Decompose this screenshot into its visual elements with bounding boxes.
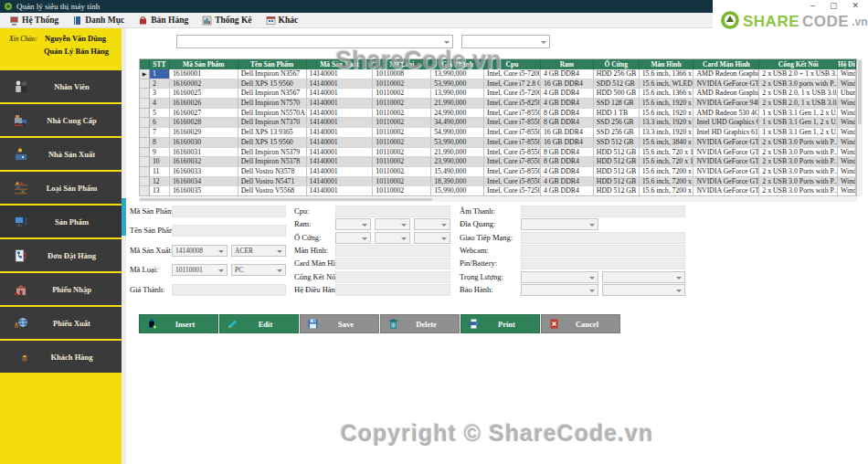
table-cell[interactable]: Wind (838, 167, 856, 177)
table-cell[interactable]: 10110002 (373, 128, 431, 138)
table-cell[interactable]: 3 (150, 89, 170, 99)
menu-item-3[interactable]: Thống Kê (198, 15, 258, 26)
save-button[interactable]: Save (300, 314, 379, 333)
table-cell[interactable]: 10110002 (373, 89, 431, 99)
table-cell[interactable]: 23,990,000 (431, 157, 484, 167)
table-cell[interactable]: Dell XPS 13 9365 (238, 128, 307, 138)
column-header-7[interactable]: Cpu (484, 59, 541, 69)
insert-button[interactable]: Insert (139, 314, 218, 333)
table-cell[interactable]: Intel UHD Graphics 620 (693, 118, 759, 128)
table-cell[interactable]: 21,990,000 (431, 99, 484, 109)
table-cell[interactable]: NVIDIA GeForce GTX 10.. (693, 177, 759, 187)
form-text-field[interactable] (521, 245, 685, 257)
table-cell[interactable]: 13,990,000 (431, 89, 484, 99)
sidebar-item-8[interactable]: Khách Hàng (0, 341, 122, 373)
table-cell[interactable]: Wind (838, 79, 856, 90)
table-cell[interactable]: 2 x USB 3.0 Ports with P... (759, 186, 838, 196)
table-cell[interactable]: 2 x USB 3.0 Ports with P... (759, 177, 838, 187)
cancel-button[interactable]: Cancel (541, 314, 620, 333)
table-cell[interactable]: AMD Radeon Graphics (693, 89, 759, 99)
table-cell[interactable]: Intel, Core i7-8550U (484, 128, 541, 138)
table-cell[interactable]: 7 (150, 128, 170, 138)
table-cell[interactable]: 10110002 (373, 79, 431, 90)
table-cell[interactable]: 4 GB DDR4 (541, 69, 594, 79)
table-cell[interactable]: Intel, Core i7-8550U (484, 157, 541, 167)
delete-button[interactable]: Delete (380, 314, 460, 333)
table-cell[interactable]: 15.6 inch, 1366 x 7.. (640, 69, 694, 79)
table-cell[interactable]: 16160035 (170, 186, 238, 196)
table-cell[interactable]: Wind (838, 69, 856, 79)
table-cell[interactable]: 14140001 (307, 69, 374, 79)
table-cell[interactable]: NVIDIA GeForce GTX 10.. (693, 79, 759, 90)
table-cell[interactable]: 15.6 inch, 720 x 10.. (640, 148, 694, 158)
sidebar-item-5[interactable]: Đơn Đặt Hàng (0, 239, 122, 271)
sidebar-item-4[interactable]: Sản Phẩm (0, 206, 122, 237)
table-cell[interactable]: Intel, Core i5-7250U (484, 186, 541, 196)
table-cell[interactable]: 10110008 (373, 69, 431, 79)
form-combo-field[interactable] (521, 284, 598, 296)
table-cell[interactable]: NVIDIA GeForce GTX 10.. (693, 138, 759, 148)
table-cell[interactable]: 15.6 inch, 3840 x 2.. (640, 138, 694, 148)
column-header-4[interactable]: Mã Sản Xuất (307, 59, 374, 69)
table-cell[interactable]: HDD 1 TB (594, 109, 640, 119)
table-cell[interactable]: 34,490,000 (431, 118, 484, 128)
table-cell[interactable]: 10110002 (373, 157, 431, 167)
table-row[interactable]: 616160028Dell Inspiron N7370141400011011… (140, 118, 856, 128)
table-cell[interactable]: HDD 512 GB (594, 186, 640, 196)
table-cell[interactable]: Dell XPS 15 9560 (238, 79, 307, 90)
form-text-field[interactable] (521, 232, 685, 244)
table-cell[interactable]: 10110002 (373, 148, 431, 158)
row-header[interactable] (140, 148, 150, 158)
table-cell[interactable]: 2 (150, 79, 170, 90)
table-cell[interactable]: AMD Radeon Graphics (693, 69, 759, 79)
table-cell[interactable]: 4 (150, 99, 170, 109)
table-cell[interactable]: Wind (838, 148, 856, 158)
table-cell[interactable]: 54,990,000 (431, 128, 484, 138)
table-cell[interactable]: 9 (150, 148, 170, 158)
table-cell[interactable]: 15.6 inch, 1920 x 1.. (640, 99, 694, 109)
table-cell[interactable]: Dell Vostro N5471 (238, 177, 307, 187)
table-cell[interactable]: Intel, Core i5-82500U (484, 99, 541, 109)
table-row[interactable]: 216160002Dell XPS 15 9560141400011011000… (140, 79, 856, 90)
table-cell[interactable]: SSD 512 GB (594, 138, 640, 148)
table-cell[interactable]: 15.6 inch, 7200 x 1.. (640, 167, 694, 177)
form-combo-field[interactable] (521, 271, 598, 283)
table-cell[interactable]: AMD Radeon 530 4GB (693, 109, 759, 119)
table-cell[interactable]: 53,990,000 (431, 138, 484, 148)
table-cell[interactable]: 10110002 (373, 109, 431, 119)
table-cell[interactable]: 4 GB DDR4 (541, 99, 594, 109)
menu-item-4[interactable]: Khác (262, 15, 305, 26)
column-header-10[interactable]: Màn Hình (640, 59, 694, 69)
column-header-12[interactable]: Cổng Kết Nối (759, 59, 838, 69)
row-header[interactable] (140, 79, 150, 90)
table-cell[interactable]: 4 GB DDR4 (541, 177, 594, 187)
table-cell[interactable]: 10110002 (373, 167, 431, 177)
table-cell[interactable]: 15.6 inch, 7200 x 1.. (640, 177, 694, 187)
table-cell[interactable]: Intel, Core i7-8550U (484, 138, 541, 148)
table-cell[interactable]: Wind (838, 157, 856, 167)
table-cell[interactable]: Intel, Core i7-8550U (484, 118, 541, 128)
table-cell[interactable]: 15.6 inch, 1366 x 7.. (640, 89, 694, 99)
table-cell[interactable]: 2 x USB 2.0, 1 x USB 3.0,.. (759, 89, 838, 99)
row-header[interactable] (140, 89, 150, 99)
table-cell[interactable]: Dell Inspiron N5570A (238, 109, 307, 119)
table-cell[interactable]: 1 x USB 3.1 Gen 1, 2 x U.. (759, 118, 838, 128)
table-cell[interactable]: 16160031 (170, 148, 238, 158)
table-cell[interactable]: 2 x USB 3.0 Ports with P... (759, 148, 838, 158)
row-header[interactable] (140, 128, 150, 138)
table-cell[interactable]: HDD 256 GB (594, 69, 640, 79)
edit-button[interactable]: Edit (219, 314, 299, 333)
table-hscroll-thumb[interactable] (140, 198, 432, 201)
table-cell[interactable]: 16160025 (170, 89, 238, 99)
table-cell[interactable]: Intel, Core i7 2.8 G.. (484, 79, 541, 90)
table-row[interactable]: 516160027Dell Inspiron N5570A14140001101… (140, 109, 856, 119)
table-cell[interactable]: SSD 128 GB (594, 99, 640, 109)
table-cell[interactable]: 14140001 (307, 186, 374, 196)
table-cell[interactable]: 13.3 inch, 1920 x 1.. (640, 118, 694, 128)
table-cell[interactable]: 16160034 (170, 177, 238, 187)
close-button[interactable]: ✕ (852, 1, 859, 10)
table-cell[interactable]: SSD 256 GB (594, 118, 640, 128)
table-cell[interactable]: Intel, Core i5-8550U (484, 148, 541, 158)
form-combo-field[interactable] (602, 271, 685, 283)
table-cell[interactable]: Dell Inspiron N5379 (238, 148, 307, 158)
